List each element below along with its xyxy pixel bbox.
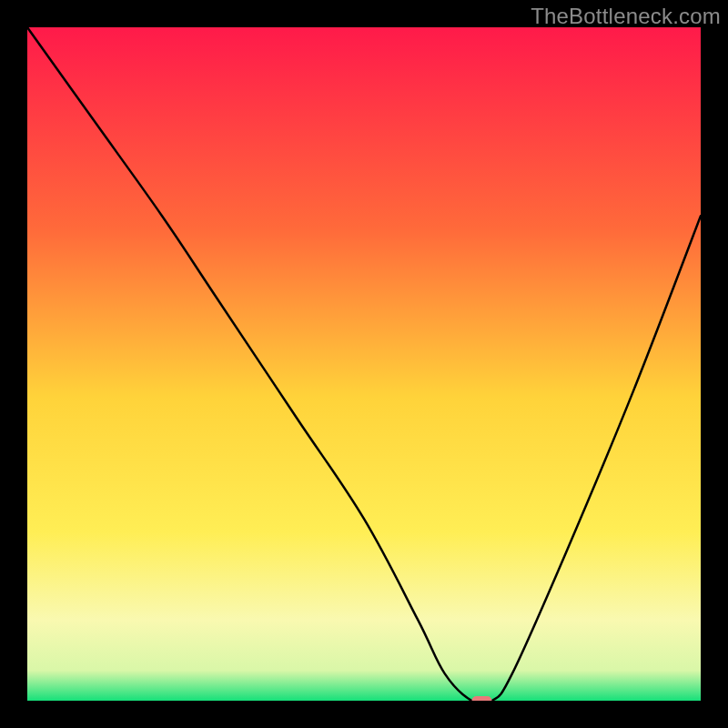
plot-area — [27, 27, 701, 701]
chart-svg — [27, 27, 701, 701]
watermark-text: TheBottleneck.com — [531, 4, 721, 29]
chart-frame: TheBottleneck.com — [0, 0, 728, 728]
optimal-point-marker — [472, 696, 492, 701]
plot-background — [27, 27, 701, 701]
